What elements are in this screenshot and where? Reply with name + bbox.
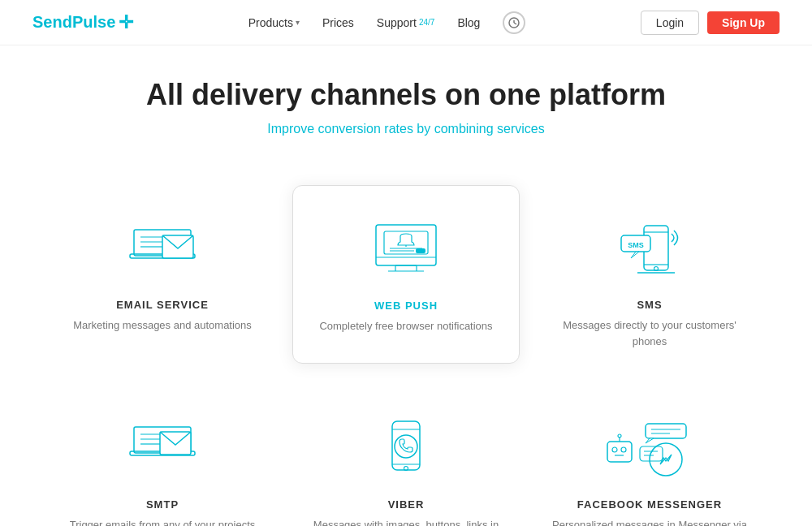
cards-row-1: EMAIL SERVICE Marketing messages and aut…	[49, 185, 763, 369]
facebook-card-title: FACEBOOK MESSENGER	[577, 498, 722, 511]
logo-plus: ✛	[119, 12, 133, 33]
clock-icon[interactable]	[503, 11, 525, 34]
svg-rect-39	[607, 442, 632, 462]
smtp-card-title: SMTP	[146, 498, 179, 511]
signup-button[interactable]: Sign Up	[707, 11, 780, 34]
svg-rect-19	[416, 248, 425, 253]
svg-point-41	[621, 447, 626, 452]
webpush-icon	[361, 210, 451, 283]
nav-links: Products ▾ Prices Support24/7 Blog	[248, 11, 526, 34]
webpush-card-desc: Completely free browser notifications	[319, 318, 492, 334]
cards-row-2: SMTP Trigger emails from any of your pro…	[49, 385, 763, 526]
viber-card-desc: Messages with images, buttons, links in …	[309, 517, 503, 526]
svg-point-44	[618, 434, 621, 438]
nav-actions: Login Sign Up	[641, 11, 780, 35]
login-button[interactable]: Login	[641, 11, 699, 35]
svg-point-38	[395, 435, 417, 458]
svg-point-40	[612, 447, 617, 452]
card-email[interactable]: EMAIL SERVICE Marketing messages and aut…	[49, 185, 276, 364]
nav-products[interactable]: Products ▾	[248, 16, 300, 29]
nav-support[interactable]: Support24/7	[377, 16, 435, 29]
nav-blog[interactable]: Blog	[457, 16, 480, 29]
card-smtp[interactable]: SMTP Trigger emails from any of your pro…	[49, 385, 276, 526]
card-sms[interactable]: SMS SMS Messages directly to your custom…	[536, 185, 763, 369]
sms-card-title: SMS	[637, 299, 662, 311]
card-viber[interactable]: VIBER Messages with images, buttons, lin…	[292, 385, 520, 526]
email-card-desc: Marketing messages and automations	[73, 317, 252, 334]
support-badge: 24/7	[419, 18, 434, 27]
card-facebook[interactable]: FACEBOOK MESSENGER Personalized messages…	[536, 385, 763, 526]
svg-marker-48	[646, 438, 654, 443]
logo-text: SendPulse	[32, 13, 115, 32]
webpush-card-title: WEB PUSH	[374, 300, 438, 312]
hero-section: All delivery channels on one platform Im…	[0, 45, 812, 185]
nav-prices[interactable]: Prices	[322, 16, 354, 29]
facebook-icon	[601, 409, 698, 482]
svg-line-2	[514, 23, 516, 24]
svg-point-49	[650, 443, 682, 476]
sms-icon: SMS	[605, 209, 694, 282]
hero-subtitle: Improve conversion rates by combining se…	[16, 122, 796, 136]
products-dropdown-icon: ▾	[296, 18, 300, 27]
facebook-card-desc: Personalized messages in Messenger via F…	[552, 517, 747, 526]
card-webpush[interactable]: WEB PUSH Completely free browser notific…	[292, 185, 520, 364]
svg-text:SMS: SMS	[628, 241, 644, 249]
email-card-title: EMAIL SERVICE	[116, 299, 209, 311]
viber-card-title: VIBER	[388, 498, 425, 511]
logo[interactable]: SendPulse✛	[32, 12, 133, 33]
smtp-card-desc: Trigger emails from any of your projects	[70, 517, 256, 526]
cards-section: EMAIL SERVICE Marketing messages and aut…	[0, 185, 812, 526]
sms-card-desc: Messages directly to your customers' pho…	[552, 317, 747, 349]
svg-rect-45	[646, 424, 686, 438]
email-icon	[118, 209, 207, 282]
svg-marker-25	[631, 252, 639, 258]
viber-icon	[361, 409, 451, 482]
hero-title: All delivery channels on one platform	[16, 78, 796, 112]
smtp-icon	[118, 409, 207, 482]
navbar: SendPulse✛ Products ▾ Prices Support24/7…	[0, 0, 812, 45]
